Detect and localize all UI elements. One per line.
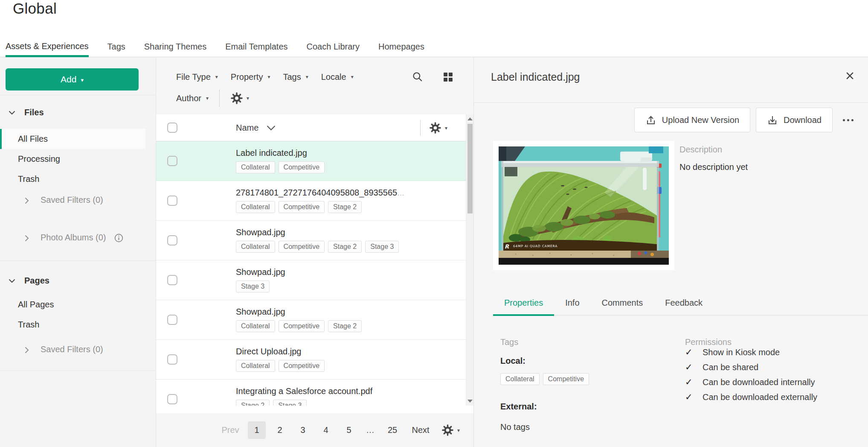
table-settings-button[interactable]: ▾ xyxy=(429,122,447,134)
sidebar-group-saved-filters[interactable]: Saved Filters (0) xyxy=(0,193,156,208)
tab-coach-library[interactable]: Coach Library xyxy=(307,37,360,57)
filter-file-type[interactable]: File Type▾ xyxy=(176,72,218,82)
row-checkbox[interactable] xyxy=(167,354,177,365)
file-row[interactable]: Showpad.jpg CollateralCompetitiveStage 2… xyxy=(156,221,466,260)
page-button-25[interactable]: 25 xyxy=(383,421,402,439)
file-row[interactable]: Showpad.jpg Stage 3 xyxy=(156,260,466,300)
download-button[interactable]: Download xyxy=(756,108,833,132)
page-button-2[interactable]: 2 xyxy=(271,421,289,439)
row-checkbox[interactable] xyxy=(167,394,177,404)
add-button[interactable]: Add ▾ xyxy=(6,68,139,91)
detail-tabs: Properties Info Comments Feedback xyxy=(493,298,868,316)
asset-thumbnail[interactable]: R 64MP AI QUAD CAMERA xyxy=(493,141,674,270)
header-divider xyxy=(420,120,421,136)
filter-property[interactable]: Property▾ xyxy=(231,72,270,82)
sidebar-divider xyxy=(0,371,156,371)
row-checkbox[interactable] xyxy=(167,156,177,166)
info-icon[interactable] xyxy=(114,234,123,242)
page-title: Global xyxy=(13,0,57,17)
tab-comments[interactable]: Comments xyxy=(591,298,654,315)
check-icon: ✓ xyxy=(685,347,703,357)
caret-down-icon: ▾ xyxy=(351,74,354,79)
detail-title: Label indicated.jpg xyxy=(491,71,580,83)
name-column-header[interactable]: Name xyxy=(236,114,276,141)
row-checkbox[interactable] xyxy=(167,315,177,325)
select-all-checkbox[interactable] xyxy=(167,123,177,133)
description-label: Description xyxy=(679,145,748,155)
tag-chip: Collateral xyxy=(236,320,275,332)
top-tabs: Assets & Experiences Tags Sharing Themes… xyxy=(6,37,424,57)
sidebar-item-pages-trash[interactable]: Trash xyxy=(0,315,156,335)
page-button-3[interactable]: 3 xyxy=(294,421,312,439)
pagination-settings-button[interactable]: ▾ xyxy=(441,424,460,436)
sidebar-item-processing[interactable]: Processing xyxy=(0,149,156,169)
scroll-down-arrow[interactable] xyxy=(467,400,473,403)
check-icon: ✓ xyxy=(685,377,703,387)
page-button-4[interactable]: 4 xyxy=(317,421,335,439)
file-row[interactable]: Integrating a Salesforce account.pdf Sta… xyxy=(156,380,466,406)
prev-page-button[interactable]: Prev xyxy=(218,421,243,439)
sidebar-group-photo-albums[interactable]: Photo Albums (0) xyxy=(0,231,156,246)
file-row[interactable]: 278174801_2727176404095808_8935565... Co… xyxy=(156,181,466,221)
caret-down-icon: ▾ xyxy=(457,428,460,433)
sidebar-item-all-files[interactable]: All Files xyxy=(0,129,145,149)
local-tags: Collateral Competitive xyxy=(500,373,589,385)
file-name: Direct Upload.jpg xyxy=(236,346,325,357)
row-checkbox[interactable] xyxy=(167,275,177,285)
filter-settings-button[interactable]: ▾ xyxy=(230,92,249,105)
filter-author[interactable]: Author▾ xyxy=(176,93,209,103)
tab-feedback[interactable]: Feedback xyxy=(654,298,714,315)
pages-section-title: Pages xyxy=(24,276,49,286)
files-items: All Files Processing Trash xyxy=(0,129,156,189)
search-button[interactable] xyxy=(412,71,423,82)
table-header: Name ▾ xyxy=(156,114,466,141)
file-name: 278174801_2727176404095808_8935565... xyxy=(236,187,404,198)
tab-email-templates[interactable]: Email Templates xyxy=(225,37,287,57)
chevron-down-icon xyxy=(9,279,15,283)
tag-chip: Stage 3 xyxy=(236,280,270,292)
page-button-1[interactable]: 1 xyxy=(248,421,266,439)
external-tags-value: No tags xyxy=(500,422,589,432)
permission-item: ✓Can be downloaded externally xyxy=(685,392,817,407)
permission-item: ✓Can be shared xyxy=(685,362,817,377)
add-button-label: Add xyxy=(61,74,76,85)
tab-homepages[interactable]: Homepages xyxy=(378,37,424,57)
page-button-5[interactable]: 5 xyxy=(340,421,358,439)
tab-assets-experiences[interactable]: Assets & Experiences xyxy=(6,37,89,57)
tag-chip: Competitive xyxy=(279,360,325,372)
file-row[interactable]: Label indicated.jpg CollateralCompetitiv… xyxy=(156,141,466,181)
filter-tags[interactable]: Tags▾ xyxy=(283,72,308,82)
close-button[interactable] xyxy=(843,69,856,82)
caret-down-icon: ▾ xyxy=(306,74,308,79)
next-page-button[interactable]: Next xyxy=(407,421,434,439)
scroll-up-arrow[interactable] xyxy=(467,117,473,120)
sidebar-item-all-pages[interactable]: All Pages xyxy=(0,295,156,315)
file-row[interactable]: Direct Upload.jpg CollateralCompetitive xyxy=(156,340,466,380)
gear-icon xyxy=(441,424,454,436)
pages-section-header[interactable]: Pages xyxy=(9,276,49,286)
tab-properties[interactable]: Properties xyxy=(493,298,554,316)
tab-tags[interactable]: Tags xyxy=(107,37,125,57)
vertical-scrollbar[interactable] xyxy=(466,114,473,406)
file-tags: CollateralCompetitiveStage 2 xyxy=(236,201,404,213)
tag-chip: Collateral xyxy=(500,373,540,385)
file-tags: CollateralCompetitiveStage 2 xyxy=(236,320,362,332)
upload-new-version-button[interactable]: Upload New Version xyxy=(634,108,750,132)
photo-albums-label: Photo Albums (0) xyxy=(41,233,106,242)
sidebar-item-trash[interactable]: Trash xyxy=(0,169,156,189)
caret-down-icon: ▾ xyxy=(445,126,447,131)
row-checkbox[interactable] xyxy=(167,196,177,206)
file-row[interactable]: Showpad.jpg CollateralCompetitiveStage 2 xyxy=(156,300,466,340)
external-tags-label: External: xyxy=(500,402,589,412)
more-options-button[interactable] xyxy=(838,108,858,132)
tab-sharing-themes[interactable]: Sharing Themes xyxy=(144,37,206,57)
tab-info[interactable]: Info xyxy=(554,298,590,315)
vertical-scroll-thumb[interactable] xyxy=(467,124,473,213)
row-checkbox[interactable] xyxy=(167,235,177,245)
files-section-header[interactable]: Files xyxy=(9,108,44,117)
detail-actions: Upload New Version Download xyxy=(634,108,858,132)
grid-view-button[interactable] xyxy=(443,72,453,82)
filter-locale[interactable]: Locale▾ xyxy=(321,72,354,82)
download-icon xyxy=(767,114,778,126)
sidebar-group-pages-saved-filters[interactable]: Saved Filters (0) xyxy=(0,342,156,358)
